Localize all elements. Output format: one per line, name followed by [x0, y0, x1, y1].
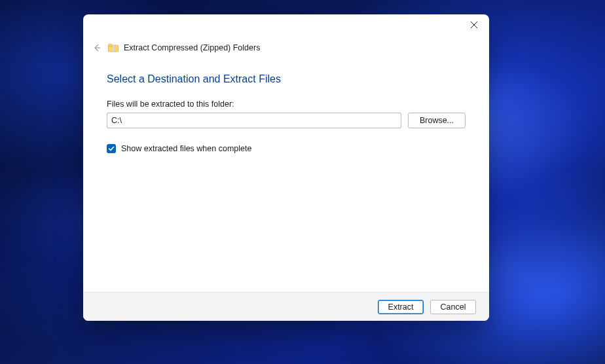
checkmark-icon [108, 145, 115, 152]
show-files-row: Show extracted files when complete [107, 144, 466, 153]
extract-dialog: Extract Compressed (Zipped) Folders Sele… [83, 14, 489, 321]
extract-button[interactable]: Extract [378, 300, 424, 314]
browse-button[interactable]: Browse... [408, 113, 466, 128]
dialog-heading: Select a Destination and Extract Files [107, 73, 466, 85]
destination-path-input[interactable] [107, 113, 401, 128]
dialog-title: Extract Compressed (Zipped) Folders [124, 43, 260, 52]
zip-folder-icon [108, 43, 119, 53]
close-icon [470, 21, 478, 29]
path-row: Browse... [107, 113, 466, 128]
back-arrow-icon [92, 43, 101, 52]
dialog-footer: Extract Cancel [83, 292, 489, 321]
dialog-content: Select a Destination and Extract Files F… [83, 58, 489, 292]
show-files-checkbox[interactable] [107, 144, 116, 153]
show-files-label: Show extracted files when complete [121, 144, 251, 153]
back-button[interactable] [91, 42, 103, 54]
close-button[interactable] [459, 14, 489, 35]
cancel-button[interactable]: Cancel [430, 300, 476, 314]
svg-rect-4 [109, 45, 113, 46]
dialog-header: Extract Compressed (Zipped) Folders [83, 41, 489, 58]
svg-rect-5 [113, 45, 115, 52]
dialog-titlebar [83, 14, 489, 41]
path-label: Files will be extracted to this folder: [107, 100, 466, 109]
